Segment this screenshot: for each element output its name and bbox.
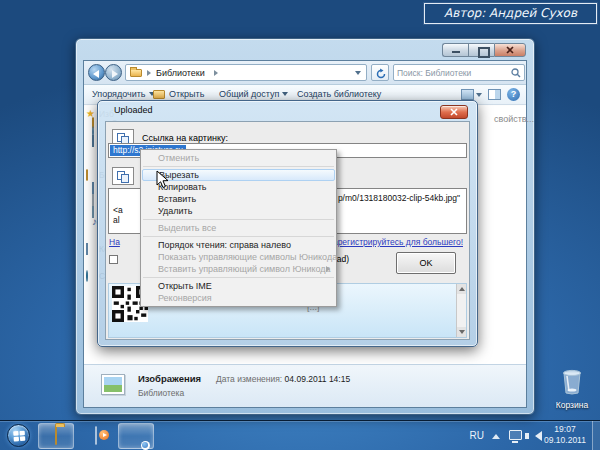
clock-time: 19:07 <box>542 424 588 435</box>
open-button[interactable]: Открыть <box>169 89 204 99</box>
show-desktop-button[interactable] <box>592 421 600 450</box>
forward-button[interactable] <box>105 64 122 81</box>
menu-item-insert-unicode-control: Вставить управляющий символ Юникода <box>141 263 336 275</box>
hidden-icons-arrow-icon[interactable] <box>492 434 500 439</box>
close-button[interactable] <box>494 43 526 57</box>
close-icon <box>450 108 458 116</box>
details-modified: Дата изменения: 04.09.2011 14:15 <box>216 374 350 384</box>
recycle-bin[interactable]: Корзина <box>550 369 594 410</box>
promo-link-fragment[interactable]: На <box>109 237 120 247</box>
language-indicator[interactable]: RU <box>470 430 484 441</box>
scroll-up-icon[interactable] <box>457 284 466 294</box>
desktop: Автор: Андрей Сухов Корзина <box>0 0 600 450</box>
folder-icon <box>130 69 142 77</box>
scroll-down-icon[interactable] <box>457 327 466 337</box>
menu-separator <box>143 277 334 278</box>
caption-buttons <box>442 43 526 57</box>
back-icon <box>93 70 99 78</box>
views-button[interactable] <box>461 89 482 100</box>
recycle-bin-label: Корзина <box>550 400 594 410</box>
close-icon <box>506 46 514 54</box>
network-tray-icon[interactable] <box>509 430 522 440</box>
chevron-down-icon <box>476 93 482 97</box>
chevron-down-icon <box>282 92 288 96</box>
create-library-button[interactable]: Создать библиотеку <box>297 89 381 99</box>
dialog-title: Uploaded <box>114 105 153 115</box>
menu-item-cut[interactable]: Вырезать <box>142 169 335 181</box>
menu-item-reconversion: Реконверсия <box>141 292 336 304</box>
dialog-close-button[interactable] <box>440 105 468 119</box>
taskbar-chrome-button[interactable] <box>118 423 154 449</box>
organize-button[interactable]: Упорядочить <box>92 89 155 99</box>
views-icon <box>461 89 474 100</box>
libraries-icon <box>86 169 88 181</box>
menu-item-delete[interactable]: Удалить <box>141 205 336 217</box>
context-menu: Отменить Вырезать Копировать Вставить Уд… <box>140 149 337 307</box>
document-icon <box>92 194 94 206</box>
code-fragment: p/m0/1318180032-clip-54kb.jpg" <box>338 193 460 203</box>
details-title: Изображения <box>138 373 201 384</box>
menu-item-select-all: Выделить все <box>141 222 336 234</box>
mouse-cursor <box>156 170 169 189</box>
menu-item-copy[interactable]: Копировать <box>141 181 336 193</box>
address-dropdown-icon[interactable] <box>355 71 361 75</box>
video-icon <box>92 182 94 194</box>
details-pane: Изображения Дата изменения: 04.09.2011 1… <box>84 364 526 407</box>
menu-item-show-unicode-controls: Показать управляющие символы Юникода <box>141 251 336 263</box>
breadcrumb[interactable]: Библиотеки <box>125 64 367 81</box>
computer-icon <box>86 243 88 255</box>
menu-item-reading-order[interactable]: Порядок чтения: справа налево <box>141 239 336 251</box>
clock[interactable]: 19:07 09.10.2011 <box>542 424 588 446</box>
checkbox[interactable] <box>109 255 118 264</box>
menu-item-open-ime[interactable]: Открыть IME <box>141 280 336 292</box>
taskbar: RU 19:07 09.10.2011 <box>0 420 600 450</box>
details-subtitle: Библиотека <box>138 388 184 398</box>
menu-item-paste[interactable]: Вставить <box>141 193 336 205</box>
submenu-arrow-icon <box>326 266 330 272</box>
back-button[interactable] <box>88 64 105 81</box>
volume-tray-icon[interactable] <box>535 431 542 441</box>
open-folder-icon <box>153 90 165 99</box>
media-player-icon <box>95 426 97 445</box>
preview-pane-button[interactable] <box>488 89 501 100</box>
details-modified-value: 04.09.2011 14:15 <box>285 374 351 384</box>
network-icon <box>86 270 88 282</box>
menu-separator <box>143 219 334 220</box>
breadcrumb-arrow-icon[interactable] <box>214 70 218 76</box>
breadcrumb-item[interactable]: Библиотеки <box>156 68 205 78</box>
ok-button[interactable]: OK <box>396 252 456 274</box>
menu-separator <box>143 166 334 167</box>
search-input[interactable] <box>397 66 507 79</box>
help-button[interactable]: ? <box>507 88 520 101</box>
share-button[interactable]: Общий доступ <box>219 89 288 99</box>
search-icon <box>511 68 521 78</box>
clock-date: 09.10.2011 <box>542 435 588 446</box>
pictures-library-icon <box>98 371 128 401</box>
menu-separator <box>143 236 334 237</box>
minimize-button[interactable] <box>442 43 468 57</box>
breadcrumb-arrow-icon <box>147 70 151 76</box>
taskbar-explorer-button[interactable] <box>38 423 74 449</box>
details-modified-label: Дата изменения: <box>216 374 282 384</box>
refresh-icon <box>375 68 387 80</box>
taskbar-media-player-button[interactable] <box>78 423 114 449</box>
author-badge: Автор: Андрей Сухов <box>424 3 597 24</box>
desktop-icon <box>92 135 94 147</box>
maximize-button[interactable] <box>468 43 494 57</box>
search-box[interactable] <box>393 64 525 81</box>
code-fragment: <a <box>113 205 123 215</box>
recycle-bin-icon <box>560 369 584 395</box>
refresh-button[interactable] <box>371 64 389 81</box>
explorer-icon <box>55 426 57 445</box>
forward-icon <box>112 70 118 78</box>
menu-item-undo: Отменить <box>141 152 336 164</box>
copy-code-button[interactable] <box>112 167 134 185</box>
windows-flag-icon <box>13 430 26 443</box>
address-bar: Библиотеки <box>84 61 526 85</box>
start-button[interactable] <box>7 424 30 447</box>
content-text-fragment: свойств... <box>494 114 534 124</box>
code-fragment: al <box>113 215 120 225</box>
link-field-label: Ссылка на картинку: <box>142 133 228 143</box>
banner-scrollbar[interactable] <box>456 284 466 337</box>
